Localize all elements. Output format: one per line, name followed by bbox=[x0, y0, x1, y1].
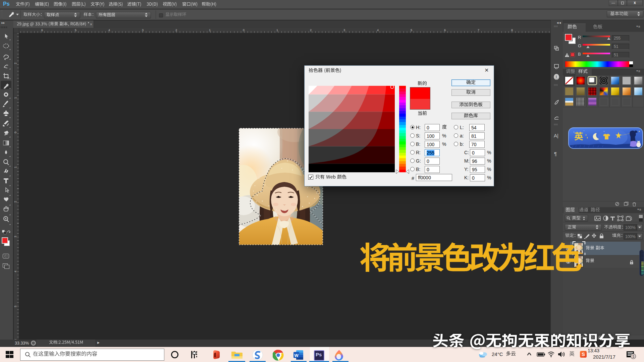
svg-text:A|: A| bbox=[554, 133, 558, 138]
svg-text:i: i bbox=[556, 75, 557, 78]
svg-text:¶: ¶ bbox=[554, 151, 557, 157]
svg-text:1: 1 bbox=[633, 355, 635, 358]
svg-text:W: W bbox=[294, 353, 299, 358]
